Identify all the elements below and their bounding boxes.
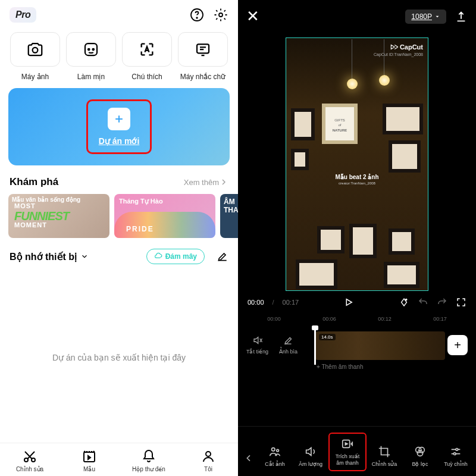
svg-point-19 xyxy=(456,449,458,451)
redo-icon[interactable] xyxy=(437,297,447,308)
export-icon[interactable] xyxy=(455,10,468,23)
teleprompter-icon xyxy=(178,32,228,67)
close-icon[interactable]: ✕ xyxy=(246,7,259,26)
timeline[interactable]: Tắt tiếng Ảnh bìa 14.0s + + Thêm âm than… xyxy=(238,324,476,377)
tool-smooth[interactable]: Làm mịn xyxy=(64,32,118,81)
template-icon xyxy=(82,449,96,464)
explore-cards: Mẫu văn bản sống động MOST FUNNIEST MOME… xyxy=(0,194,238,249)
tool-label: Làm mịn xyxy=(77,73,105,81)
tool-adjust[interactable]: Tuỳ chỉnh xyxy=(438,441,474,471)
editor-topbar: ✕ 1080P xyxy=(238,0,476,33)
tool-filter[interactable]: Bộ lọc xyxy=(402,441,438,471)
home-pane: Pro Máy ảnh Làm mịn Chú thích xyxy=(0,0,238,476)
add-audio-button[interactable]: + Thêm âm thanh xyxy=(317,364,363,370)
overlay-text: Mẫu beat 2 ảnh creator:TranNam_2008 xyxy=(335,174,378,185)
filter-icon xyxy=(414,445,427,458)
svg-point-6 xyxy=(93,49,95,51)
crop-person-icon xyxy=(268,445,281,458)
tool-crop[interactable]: Cắt ảnh xyxy=(257,441,293,471)
svg-point-8 xyxy=(24,458,28,462)
tool-volume[interactable]: Âm lượng xyxy=(293,441,328,471)
explore-header: Khám phá Xem thêm xyxy=(0,176,238,194)
editor-toolbar: Cắt ảnh Âm lượng Trích xuấtâm thanh Chỉn… xyxy=(238,426,476,476)
explore-card-audio[interactable]: ÂM THANH xyxy=(220,194,238,238)
tool-edit[interactable]: Chỉnh sửa xyxy=(367,441,402,471)
resolution-button[interactable]: 1080P xyxy=(405,10,446,24)
svg-point-9 xyxy=(32,458,35,462)
smooth-icon xyxy=(66,32,116,67)
person-icon xyxy=(201,449,215,464)
camera-icon xyxy=(10,32,60,67)
see-more-link[interactable]: Xem thêm xyxy=(184,178,219,187)
chevron-right-icon xyxy=(219,177,228,187)
svg-point-12 xyxy=(406,299,407,300)
bottom-nav: Chỉnh sửa Mẫu Hộp thư đến Tôi xyxy=(0,443,238,476)
svg-point-2 xyxy=(219,13,223,17)
svg-point-3 xyxy=(33,48,38,53)
device-title: Bộ nhớ thiết bị xyxy=(10,251,77,262)
pencil-icon[interactable] xyxy=(217,250,228,262)
device-header: Bộ nhớ thiết bị Đám mây xyxy=(0,249,238,273)
svg-point-5 xyxy=(88,49,90,51)
adjust-icon xyxy=(449,445,462,458)
tool-label: Chú thích xyxy=(131,73,162,81)
svg-point-11 xyxy=(206,452,211,456)
capcut-id: CapCut ID:TranNam_2008 xyxy=(374,52,423,57)
svg-point-20 xyxy=(453,453,456,455)
current-time: 00:00 xyxy=(248,299,264,306)
tool-teleprompter[interactable]: Máy nhắc chữ xyxy=(176,32,230,81)
caret-down-icon xyxy=(434,14,440,20)
svg-point-17 xyxy=(419,447,424,453)
mute-button[interactable]: Tắt tiếng xyxy=(246,335,268,355)
new-project-card[interactable]: Dự án mới xyxy=(8,88,230,165)
playhead[interactable] xyxy=(314,328,316,365)
preview-area: CapCut CapCut ID:TranNam_2008 GIFTSofNAT… xyxy=(238,33,476,291)
tool-camera[interactable]: Máy ảnh xyxy=(8,32,62,81)
explore-card-text[interactable]: Mẫu văn bản sống động MOST FUNNIEST MOME… xyxy=(8,194,109,238)
video-clip[interactable]: 14.0s xyxy=(315,331,445,360)
play-icon[interactable] xyxy=(343,297,354,308)
video-preview[interactable]: CapCut CapCut ID:TranNam_2008 GIFTSofNAT… xyxy=(286,37,428,291)
quick-tools: Máy ảnh Làm mịn Chú thích Máy nhắc chữ xyxy=(0,30,238,88)
cover-button[interactable]: Ảnh bìa xyxy=(279,335,298,355)
chevron-down-icon[interactable] xyxy=(80,252,89,261)
crop-icon xyxy=(378,445,391,458)
pro-badge[interactable]: Pro xyxy=(10,7,36,23)
empty-message: Dự án của bạn sẽ xuất hiện tại đây xyxy=(52,353,186,362)
empty-state: Dự án của bạn sẽ xuất hiện tại đây xyxy=(0,273,238,443)
help-icon[interactable] xyxy=(189,7,205,23)
explore-title: Khám phá xyxy=(10,176,58,188)
svg-point-1 xyxy=(196,17,198,18)
svg-rect-7 xyxy=(197,44,209,53)
capcut-watermark: CapCut xyxy=(390,43,423,51)
keyframe-icon[interactable] xyxy=(399,297,409,308)
undo-icon[interactable] xyxy=(418,297,428,308)
tool-caption[interactable]: Chú thích xyxy=(120,32,174,81)
highlight-box xyxy=(86,99,152,154)
svg-point-13 xyxy=(272,448,275,452)
nav-edit[interactable]: Chỉnh sửa xyxy=(0,449,60,472)
playback-controls: 00:00 / 00:17 xyxy=(238,291,476,314)
extract-audio-icon xyxy=(341,437,354,450)
total-time: 00:17 xyxy=(283,299,299,306)
top-bar: Pro xyxy=(0,0,238,30)
volume-icon xyxy=(304,445,317,458)
editor-pane: ✕ 1080P CapCut CapCut ID:TranNam_2008 GI… xyxy=(238,0,476,476)
tool-label: Máy nhắc chữ xyxy=(180,73,226,81)
scissors-icon xyxy=(23,449,37,464)
tool-extract-audio[interactable]: Trích xuấtâm thanh xyxy=(328,433,367,471)
nav-inbox[interactable]: Hộp thư đến xyxy=(119,449,178,472)
settings-icon[interactable] xyxy=(213,7,228,23)
cloud-button[interactable]: Đám mây xyxy=(146,249,205,264)
cloud-icon xyxy=(154,252,162,261)
nav-template[interactable]: Mẫu xyxy=(60,449,119,472)
timeline-ruler: 00:00 00:06 00:12 00:17 xyxy=(238,314,476,324)
back-icon[interactable] xyxy=(240,453,257,471)
caption-icon xyxy=(122,32,172,67)
nav-me[interactable]: Tôi xyxy=(178,449,238,472)
tool-label: Máy ảnh xyxy=(21,73,49,81)
fullscreen-icon[interactable] xyxy=(456,297,466,308)
explore-card-pride[interactable]: Tháng Tự Hào PRIDE xyxy=(114,194,215,238)
add-clip-button[interactable]: + xyxy=(447,335,468,355)
bell-icon xyxy=(142,449,156,464)
